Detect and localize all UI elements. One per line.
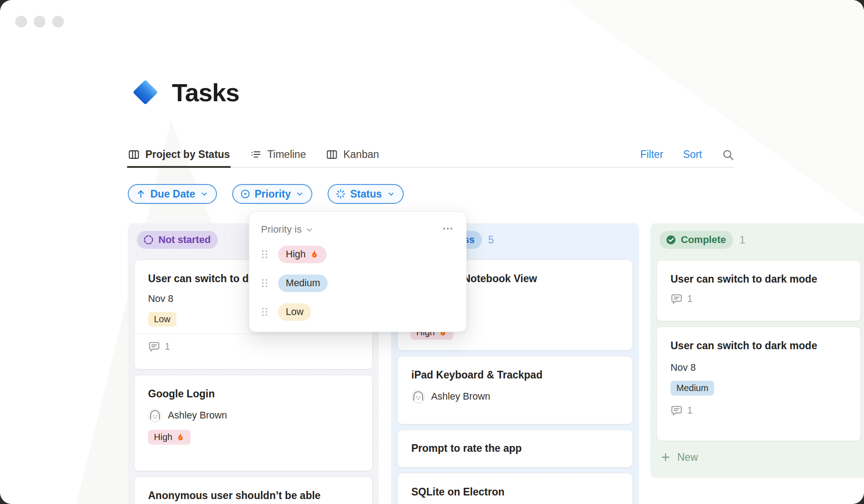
arrow-up-icon xyxy=(135,189,146,199)
column-count: 5 xyxy=(488,234,494,246)
task-card[interactable]: Anonymous user shouldn’t be able xyxy=(134,477,373,504)
priority-filter-chip[interactable]: Priority xyxy=(232,184,313,204)
comment-count: 1 xyxy=(670,293,847,305)
new-button-label: New xyxy=(677,451,698,464)
priority-pill-high: High xyxy=(148,430,191,445)
popover-rule-selector[interactable]: Priority is xyxy=(261,224,314,235)
search-icon xyxy=(722,148,734,161)
card-title: Prompt to rate the app xyxy=(411,441,619,455)
priority-pill-medium: Medium xyxy=(670,381,714,396)
blue-diamond-icon xyxy=(130,77,160,107)
circle-select-icon xyxy=(240,189,251,199)
window-minimize-button[interactable] xyxy=(34,16,45,27)
plus-icon xyxy=(660,452,671,463)
card-title: Anonymous user shouldn’t be able xyxy=(148,489,359,502)
card-title: User can switch to dark mode xyxy=(670,339,847,352)
ellipsis-icon xyxy=(441,222,454,235)
card-title: User can switch to dark mode xyxy=(670,272,847,286)
tab-timeline[interactable]: Timeline xyxy=(250,142,306,167)
board-icon xyxy=(326,148,338,161)
task-card[interactable]: User can switch to dark mode 1 xyxy=(657,260,861,321)
drag-handle-icon[interactable] xyxy=(261,306,269,317)
task-card[interactable]: Google Login Ashley Brown High xyxy=(134,375,373,471)
check-circle-icon xyxy=(665,234,677,246)
card-title: iPad Keyboard & Trackpad xyxy=(411,368,619,382)
window-close-button[interactable] xyxy=(15,16,27,27)
due-date-filter-chip[interactable]: Due Date xyxy=(128,184,217,204)
tab-kanban[interactable]: Kanban xyxy=(326,142,379,167)
chevron-down-icon xyxy=(387,190,395,198)
chip-label: Priority xyxy=(255,188,291,200)
card-title: Google Login xyxy=(148,387,359,400)
board-icon xyxy=(128,148,140,161)
view-tabbar: Project by Status Timeline Kanban Filter… xyxy=(128,142,734,168)
filter-button[interactable]: Filter xyxy=(640,148,663,161)
fire-emoji xyxy=(309,249,319,259)
timeline-icon xyxy=(250,148,262,161)
priority-option-low[interactable]: Low xyxy=(261,300,454,324)
chevron-down-icon xyxy=(305,225,314,234)
priority-option-pill: Low xyxy=(278,303,311,321)
task-card[interactable]: iPad Keyboard & Trackpad Ashley Brown xyxy=(397,356,633,424)
search-button[interactable] xyxy=(722,148,734,161)
window-zoom-button[interactable] xyxy=(52,16,64,27)
page-title: Tasks xyxy=(172,78,239,107)
status-label: Complete xyxy=(681,234,726,246)
popover-title: Priority is xyxy=(261,224,302,235)
priority-option-high[interactable]: High xyxy=(261,243,454,266)
card-due-date: Nov 8 xyxy=(670,362,847,374)
dashed-circle-icon xyxy=(143,234,154,246)
sort-button[interactable]: Sort xyxy=(683,148,702,161)
card-assignee: Ashley Brown xyxy=(148,409,359,423)
popover-more-button[interactable] xyxy=(441,222,454,237)
spinner-burst-icon xyxy=(335,189,346,199)
comment-icon xyxy=(148,341,160,353)
drag-handle-icon[interactable] xyxy=(261,249,269,260)
add-new-card-button[interactable]: New xyxy=(657,446,861,468)
chevron-down-icon xyxy=(200,190,208,198)
filter-chip-row: Due Date Priority Status xyxy=(128,184,404,204)
tab-label: Timeline xyxy=(267,148,306,161)
not-started-status-badge[interactable]: Not started xyxy=(137,231,218,249)
priority-pill-low: Low xyxy=(148,312,176,327)
drag-handle-icon[interactable] xyxy=(261,278,269,288)
complete-status-badge[interactable]: Complete xyxy=(659,231,733,249)
tab-label: Project by Status xyxy=(145,148,230,161)
column-header: Complete 1 xyxy=(650,223,864,256)
tab-project-by-status[interactable]: Project by Status xyxy=(128,142,230,167)
priority-option-pill: High xyxy=(278,246,327,263)
card-assignee: Ashley Brown xyxy=(411,390,619,404)
column-count: 1 xyxy=(739,234,745,246)
task-card[interactable]: User can switch to dark mode Nov 8 Mediu… xyxy=(657,327,861,441)
page-header: Tasks xyxy=(130,77,239,107)
comment-count: 1 xyxy=(670,405,847,417)
avatar xyxy=(148,409,162,423)
priority-option-medium[interactable]: Medium xyxy=(261,271,454,295)
column-complete: Complete 1 User can switch to dark mode … xyxy=(650,223,864,478)
status-label: Not started xyxy=(158,234,211,246)
app-window: Tasks Project by Status Timeline Kanban … xyxy=(0,0,864,504)
chevron-down-icon xyxy=(296,190,304,198)
comment-icon xyxy=(670,293,683,305)
card-title: SQLite on Electron xyxy=(411,485,619,499)
comment-count: 1 xyxy=(148,341,359,353)
card-divider xyxy=(135,334,372,334)
priority-option-pill: Medium xyxy=(278,274,328,292)
priority-filter-popover: Priority is High Medium xyxy=(249,212,467,332)
task-card[interactable]: SQLite on Electron xyxy=(397,473,633,504)
window-controls xyxy=(15,16,64,27)
avatar xyxy=(411,390,425,404)
status-filter-chip[interactable]: Status xyxy=(328,184,403,204)
task-card[interactable]: Prompt to rate the app xyxy=(397,430,633,468)
chip-label: Status xyxy=(350,188,382,200)
comment-icon xyxy=(670,405,683,417)
chip-label: Due Date xyxy=(150,188,195,200)
tab-label: Kanban xyxy=(343,148,379,161)
fire-emoji xyxy=(176,432,185,442)
